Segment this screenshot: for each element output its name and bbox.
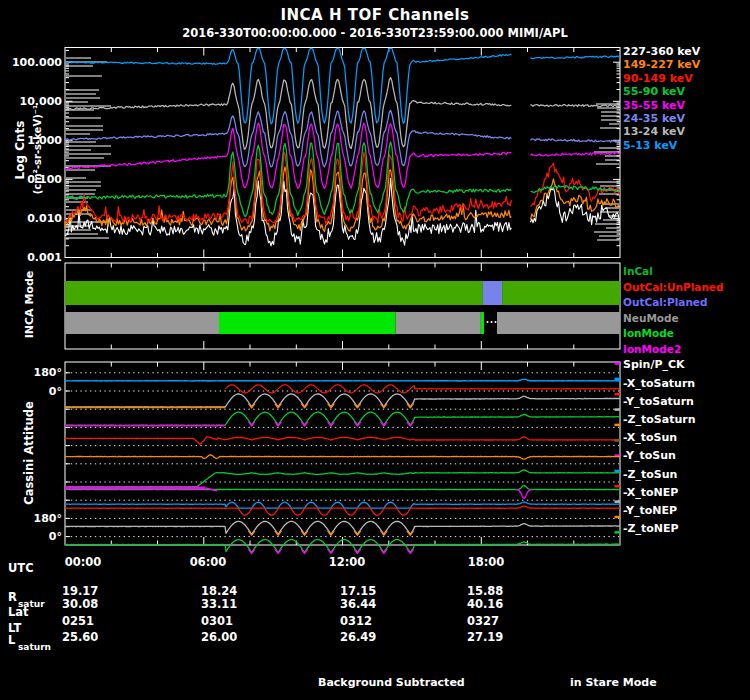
tof-ytick-0.010: 0.010 xyxy=(0,212,62,225)
mode-legend: InCalOutCal:UnPlanedOutCal:PlanedNeuMode… xyxy=(623,264,724,358)
eph-value-Lat-3: 40.16 xyxy=(467,597,503,611)
cal-bar-InCal xyxy=(502,281,620,305)
utc-tick-00:00: 00:00 xyxy=(65,555,102,569)
attitude-label-XtoSaturn: -X_toSaturn xyxy=(623,377,695,390)
eph-value-Lat-2: 36.44 xyxy=(340,597,376,611)
eph-value-L-2: 26.49 xyxy=(340,630,376,644)
legend-entry-35-55keV: 35-55 keV xyxy=(623,99,700,112)
attitude-ytick: 0° xyxy=(0,530,62,543)
eph-label-l-sub: saturn xyxy=(18,642,51,652)
attitude-label-YtoSun: -Y_toSun xyxy=(623,449,676,462)
mode-bar-NeuMode xyxy=(65,312,219,334)
attitude-label-ZtoSaturn: -Z_toSaturn xyxy=(623,413,696,426)
attitude-panel-border xyxy=(65,362,620,545)
attitude-trace-XtoSun xyxy=(65,455,620,459)
attitude-ytick: 180° xyxy=(0,366,62,379)
attitude-cusp-marks xyxy=(381,404,388,408)
mode-label-InCal: InCal xyxy=(623,264,724,280)
tof-series-5-13keV xyxy=(65,48,620,124)
utc-tick-18:00: 18:00 xyxy=(468,555,505,569)
attitude-cusp-marks xyxy=(354,422,361,426)
eph-value-L-3: 27.19 xyxy=(467,630,503,644)
mode-bar-IonMode xyxy=(481,312,484,334)
legend-entry-5-13keV: 5-13 keV xyxy=(623,139,700,152)
attitude-trace-SpinPCK xyxy=(65,379,620,381)
mode-bar-NeuMode xyxy=(396,312,481,334)
tof-ytick-10.000: 10.000 xyxy=(0,95,62,108)
eph-value-Lat-0: 30.08 xyxy=(62,597,98,611)
eph-value-LT-2: 0312 xyxy=(340,614,372,628)
attitude-cusp-marks xyxy=(407,422,414,426)
attitude-label-XtoNEP: -X_toNEP xyxy=(623,486,678,499)
eph-value-L-0: 25.60 xyxy=(62,630,98,644)
attitude-cusp-marks xyxy=(407,404,414,408)
attitude-trace-XtoNEP xyxy=(65,502,620,508)
eph-value-R-2: 17.15 xyxy=(340,584,376,598)
legend-entry-55-90keV: 55-90 keV xyxy=(623,85,700,98)
attitude-cusp-marks xyxy=(301,422,308,426)
tof-series-24-35keV xyxy=(65,110,620,167)
eph-value-R-3: 15.88 xyxy=(467,584,503,598)
plot-subtitle: 2016-330T00:00:00.000 - 2016-330T23:59:0… xyxy=(0,26,750,40)
utc-tick-06:00: 06:00 xyxy=(190,555,227,569)
tof-ytick-100.000: 100.000 xyxy=(0,56,62,69)
attitude-trace-YtoSaturn xyxy=(65,412,620,425)
attitude-dotted-gridlines xyxy=(66,373,619,537)
attitude-cusp-marks xyxy=(301,531,308,535)
tof-ytick-0.100: 0.100 xyxy=(0,173,62,186)
attitude-label-YtoSaturn: -Y_toSaturn xyxy=(623,395,694,408)
mode-label-IonMode: IonMode xyxy=(623,326,724,342)
legend-entry-149-227keV: 149-227 keV xyxy=(623,58,700,71)
eph-value-LT-1: 0301 xyxy=(201,614,233,628)
utc-axis-label: UTC xyxy=(8,561,34,575)
mode-gap-dots xyxy=(491,321,493,323)
mode-label-NeuMode: NeuMode xyxy=(623,311,724,327)
cal-bar-InCal xyxy=(65,281,483,305)
attitude-trace-XtoSaturn xyxy=(65,394,620,407)
attitude-cusp-marks xyxy=(407,549,414,553)
attitude-cusp-marks xyxy=(354,531,361,535)
attitude-cusp-marks xyxy=(301,404,308,408)
eph-value-LT-3: 0327 xyxy=(467,614,499,628)
attitude-ytick: 180° xyxy=(0,512,62,525)
footer-note-background: Background Subtracted xyxy=(318,676,465,689)
eph-value-L-1: 26.00 xyxy=(201,630,237,644)
attitude-label-ZtoNEP: -Z_toNEP xyxy=(623,522,679,535)
eph-label-l: L xyxy=(8,633,15,647)
tof-series-13-24keV xyxy=(65,78,620,150)
eph-value-R-1: 18.24 xyxy=(201,584,237,598)
legend-entry-24-35keV: 24-35 keV xyxy=(623,112,700,125)
attitude-cusp-marks xyxy=(407,531,414,535)
mode-gap-dots xyxy=(487,321,489,323)
attitude-trace-YtoNEP xyxy=(65,521,620,534)
attitude-trace-XtoNEP xyxy=(65,506,620,515)
attitude-cusp-marks xyxy=(381,531,388,535)
attitude-label-YtoNEP: -Y_toNEP xyxy=(623,504,677,517)
mode-label-OutCalUnPlaned: OutCal:UnPlaned xyxy=(623,280,724,296)
tof-ytick-0.001: 0.001 xyxy=(0,251,62,264)
mode-bar-IonMode xyxy=(219,312,396,334)
tof-series-35-55keV xyxy=(65,123,620,188)
attitude-trace-SpinPCK xyxy=(225,385,619,393)
attitude-label-SpinPCK: Spin/P_CK xyxy=(623,358,685,371)
attitude-cusp-marks xyxy=(381,549,388,553)
utc-tick-12:00: 12:00 xyxy=(329,555,366,569)
eph-value-Lat-1: 33.11 xyxy=(201,597,237,611)
plot-canvas: INCA H TOF Channels 2016-330T00:00:00.00… xyxy=(0,0,750,700)
mode-gap-dots xyxy=(495,321,497,323)
mode-panel-border xyxy=(65,263,620,349)
attitude-cusp-marks xyxy=(354,549,361,553)
attitude-left-ticks xyxy=(66,373,71,537)
attitude-trace-ZtoSun xyxy=(516,490,532,499)
legend-entry-90-149keV: 90-149 keV xyxy=(623,72,700,85)
eph-value-R-0: 19.17 xyxy=(62,584,98,598)
attitude-cusp-marks xyxy=(381,422,388,426)
attitude-cusp-marks xyxy=(354,404,361,408)
attitude-ytick: 0° xyxy=(0,385,62,398)
legend-entry-13-24keV: 13-24 keV xyxy=(623,125,700,138)
plot-title: INCA H TOF Channels xyxy=(0,6,750,24)
mode-label-IonMode2: IonMode2 xyxy=(623,342,724,358)
tof-ytick-1.000: 1.000 xyxy=(0,134,62,147)
tof-legend: 227-360 keV149-227 keV90-149 keV55-90 ke… xyxy=(623,45,700,152)
legend-entry-227-360keV: 227-360 keV xyxy=(623,45,700,58)
